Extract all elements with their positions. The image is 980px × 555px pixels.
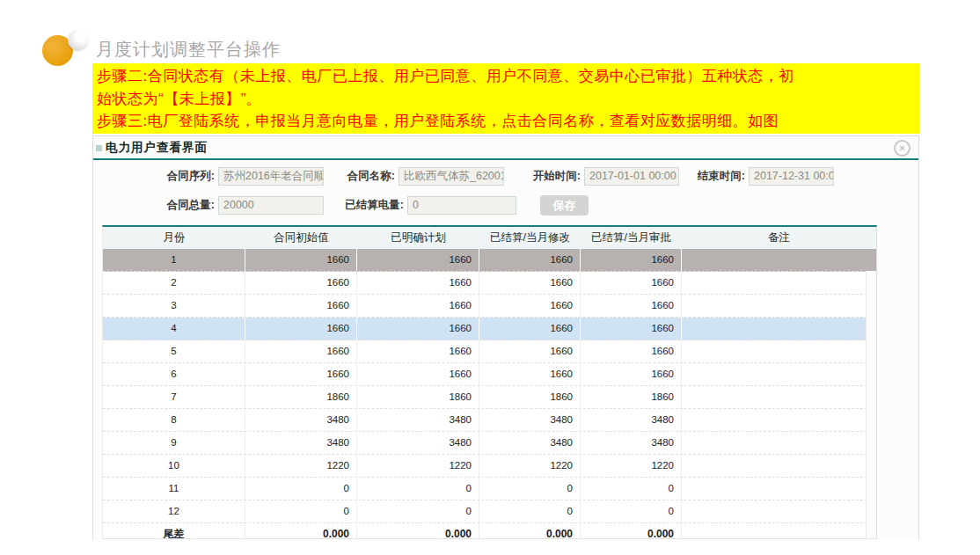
close-icon[interactable]: × bbox=[894, 140, 911, 157]
cell-confirmed-plan: 1660 bbox=[357, 295, 479, 317]
table-body: 1 1660 1660 1660 1660 2 1660 1660 1660 1… bbox=[103, 249, 876, 538]
cell-settled-approve: 1660 bbox=[581, 249, 682, 271]
cell-note bbox=[682, 432, 866, 454]
cell-settled-approve: 1660 bbox=[581, 295, 682, 317]
table-row[interactable]: 2 1660 1660 1660 1660 bbox=[103, 272, 876, 295]
cell-initial-value: 1660 bbox=[245, 318, 357, 340]
contract-name-label: 合同名称: bbox=[300, 169, 395, 184]
cell-note bbox=[682, 318, 866, 340]
note-block: 步骤二:合同状态有（未上报、电厂已上报、用户已同意、用户不同意、交易中心已审批）… bbox=[92, 63, 920, 134]
cell-settled-approve: 1660 bbox=[581, 272, 682, 294]
header-settled-approve: 已结算/当月审批 bbox=[581, 227, 682, 249]
cell-note bbox=[682, 409, 866, 431]
cell-settled-approve: 3480 bbox=[581, 409, 682, 431]
cell-confirmed-plan: 1660 bbox=[357, 318, 479, 340]
slide: { "slide": { "title": "月度计划调整平台操作", "not… bbox=[0, 0, 980, 555]
table-header-row: 月份 合同初始值 已明确计划 已结算/当月修改 已结算/当月审批 备注 bbox=[103, 227, 876, 249]
cell-confirmed-plan: 1660 bbox=[357, 249, 479, 271]
cell-initial-value: 1660 bbox=[245, 340, 357, 362]
cell-settled-approve: 1220 bbox=[581, 455, 682, 477]
cell-settled-modify: 3480 bbox=[479, 409, 581, 431]
end-time-label: 结束时间: bbox=[650, 169, 745, 184]
cell-month: 尾差 bbox=[103, 523, 245, 538]
cell-initial-value: 0.000 bbox=[245, 523, 357, 538]
cell-confirmed-plan: 0.000 bbox=[357, 523, 479, 538]
contract-seq-label: 合同序列: bbox=[120, 169, 215, 184]
cell-note bbox=[682, 500, 866, 522]
table-row[interactable]: 11 0 0 0 0 bbox=[103, 478, 876, 500]
cell-settled-modify: 1660 bbox=[479, 249, 581, 271]
cell-month: 6 bbox=[103, 363, 245, 385]
cell-confirmed-plan: 3480 bbox=[357, 432, 479, 454]
cell-initial-value: 3480 bbox=[245, 432, 357, 454]
cell-confirmed-plan: 1660 bbox=[357, 340, 479, 362]
table-row[interactable]: 1 1660 1660 1660 1660 bbox=[103, 249, 876, 272]
cell-settled-modify: 1660 bbox=[479, 318, 581, 340]
gray-circle-decoration bbox=[68, 30, 88, 50]
cell-settled-approve: 0.000 bbox=[581, 523, 682, 538]
table-row[interactable]: 9 3480 3480 3480 3480 bbox=[103, 432, 876, 455]
table-row[interactable]: 6 1660 1660 1660 1660 bbox=[103, 363, 876, 386]
cell-initial-value: 1660 bbox=[245, 363, 357, 385]
cell-initial-value: 0 bbox=[245, 500, 357, 522]
cell-month: 2 bbox=[103, 272, 245, 294]
table-row[interactable]: 尾差 0.000 0.000 0.000 0.000 bbox=[103, 523, 876, 538]
table-row[interactable]: 10 1220 1220 1220 1220 bbox=[103, 455, 876, 478]
settled-energy-label: 已结算电量: bbox=[309, 198, 404, 213]
table-row[interactable]: 3 1660 1660 1660 1660 bbox=[103, 295, 876, 318]
cell-initial-value: 0 bbox=[245, 478, 357, 500]
cell-confirmed-plan: 1860 bbox=[357, 386, 479, 408]
cell-note bbox=[682, 272, 866, 294]
cell-settled-modify: 0 bbox=[479, 500, 581, 522]
header-note: 备注 bbox=[682, 227, 876, 249]
field-contract-name: 合同名称: 比欧西气体苏_62001 bbox=[300, 167, 504, 186]
contract-total-input[interactable]: 20000 bbox=[218, 196, 324, 215]
settled-energy-input[interactable]: 0 bbox=[407, 196, 516, 215]
end-time-input[interactable]: 2017-12-31 00:00 bbox=[749, 167, 834, 186]
contract-total-label: 合同总量: bbox=[120, 198, 215, 213]
table-row[interactable]: 5 1660 1660 1660 1660 bbox=[103, 340, 876, 363]
save-button[interactable]: 保存 bbox=[540, 195, 589, 215]
cell-settled-modify: 3480 bbox=[479, 432, 581, 454]
table-row[interactable]: 4 1660 1660 1660 1660 bbox=[103, 318, 876, 340]
window-icon bbox=[96, 145, 102, 151]
cell-initial-value: 1220 bbox=[245, 455, 357, 477]
cell-note bbox=[682, 363, 866, 385]
cell-note bbox=[682, 340, 866, 362]
cell-settled-approve: 1660 bbox=[581, 363, 682, 385]
note-line-3: 步骤三:电厂登陆系统，申报当月意向电量，用户登陆系统，点击合同名称，查看对应数据… bbox=[97, 110, 916, 133]
header-confirmed-plan: 已明确计划 bbox=[357, 227, 479, 249]
cell-settled-approve: 3480 bbox=[581, 432, 682, 454]
cell-settled-modify: 1660 bbox=[479, 340, 581, 362]
cell-month: 10 bbox=[103, 455, 245, 477]
table-row[interactable]: 12 0 0 0 0 bbox=[103, 500, 876, 523]
field-contract-seq: 合同序列: 苏州2016年老合同顺 bbox=[120, 167, 324, 186]
panel-header: 电力用户查看界面 × bbox=[93, 136, 918, 160]
cell-settled-approve: 1660 bbox=[581, 340, 682, 362]
monthly-plan-table: 月份 合同初始值 已明确计划 已结算/当月修改 已结算/当月审批 备注 1 16… bbox=[102, 225, 877, 539]
cell-initial-value: 3480 bbox=[245, 409, 357, 431]
note-line-1: 步骤二:合同状态有（未上报、电厂已上报、用户已同意、用户不同意、交易中心已审批）… bbox=[97, 65, 916, 88]
cell-month: 4 bbox=[103, 318, 245, 340]
contract-form: 合同序列: 苏州2016年老合同顺 合同名称: 比欧西气体苏_62001 开始时… bbox=[93, 162, 918, 225]
cell-confirmed-plan: 1660 bbox=[357, 363, 479, 385]
cell-settled-approve: 1660 bbox=[581, 318, 682, 340]
cell-settled-modify: 1660 bbox=[479, 363, 581, 385]
note-line-2: 始状态为“【未上报】”。 bbox=[97, 88, 916, 111]
field-settled-energy: 已结算电量: 0 bbox=[309, 196, 516, 215]
start-time-label: 开始时间: bbox=[486, 169, 581, 184]
table-row[interactable]: 7 1860 1860 1860 1860 bbox=[103, 386, 876, 409]
cell-month: 11 bbox=[103, 478, 245, 500]
table-row[interactable]: 8 3480 3480 3480 3480 bbox=[103, 409, 876, 432]
cell-initial-value: 1660 bbox=[245, 272, 357, 294]
cell-settled-modify: 1220 bbox=[479, 455, 581, 477]
cell-settled-modify: 1860 bbox=[479, 386, 581, 408]
table-scrollbar[interactable] bbox=[866, 271, 876, 538]
cell-settled-approve: 0 bbox=[581, 478, 682, 500]
field-end-time: 结束时间: 2017-12-31 00:00 bbox=[650, 167, 834, 186]
cell-confirmed-plan: 1660 bbox=[357, 272, 479, 294]
cell-confirmed-plan: 0 bbox=[357, 500, 479, 522]
cell-settled-approve: 0 bbox=[581, 500, 682, 522]
cell-settled-modify: 1660 bbox=[479, 295, 581, 317]
cell-month: 5 bbox=[103, 340, 245, 362]
